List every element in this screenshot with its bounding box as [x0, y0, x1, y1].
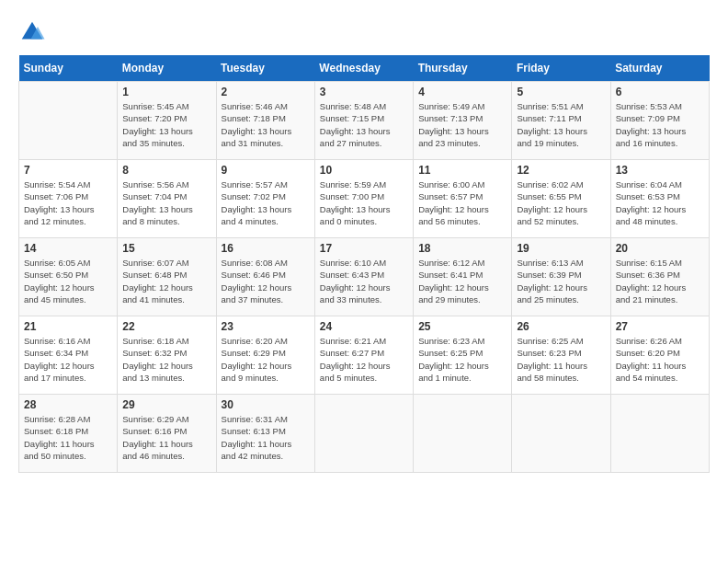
day-info: Sunrise: 6:16 AM Sunset: 6:34 PM Dayligh… [24, 335, 112, 384]
calendar-cell: 25Sunrise: 6:23 AM Sunset: 6:25 PM Dayli… [414, 316, 512, 395]
day-of-week-header: Thursday [414, 55, 512, 82]
calendar-cell: 14Sunrise: 6:05 AM Sunset: 6:50 PM Dayli… [19, 238, 118, 316]
day-info: Sunrise: 6:28 AM Sunset: 6:18 PM Dayligh… [24, 413, 112, 462]
day-number: 20 [616, 242, 704, 255]
day-number: 11 [418, 164, 506, 177]
day-number: 19 [517, 242, 605, 255]
day-info: Sunrise: 6:26 AM Sunset: 6:20 PM Dayligh… [616, 335, 704, 384]
day-number: 24 [320, 320, 408, 333]
day-number: 16 [222, 242, 310, 255]
calendar-cell: 15Sunrise: 6:07 AM Sunset: 6:48 PM Dayli… [118, 238, 216, 316]
day-of-week-header: Sunday [19, 55, 118, 82]
calendar-week-row: 1Sunrise: 5:45 AM Sunset: 7:20 PM Daylig… [19, 82, 710, 160]
day-info: Sunrise: 5:45 AM Sunset: 7:20 PM Dayligh… [122, 100, 210, 149]
day-of-week-header: Wednesday [314, 55, 413, 82]
calendar-cell [610, 395, 709, 473]
calendar-cell: 18Sunrise: 6:12 AM Sunset: 6:41 PM Dayli… [414, 238, 512, 316]
day-number: 7 [24, 164, 112, 177]
calendar-cell: 22Sunrise: 6:18 AM Sunset: 6:32 PM Dayli… [118, 316, 216, 395]
day-number: 9 [222, 164, 310, 177]
day-number: 12 [517, 164, 605, 177]
day-number: 8 [122, 164, 210, 177]
day-number: 29 [122, 398, 210, 411]
day-number: 23 [222, 320, 310, 333]
day-number: 14 [24, 242, 112, 255]
day-number: 4 [418, 86, 506, 98]
calendar-cell: 8Sunrise: 5:56 AM Sunset: 7:04 PM Daylig… [118, 160, 216, 238]
calendar-table: SundayMondayTuesdayWednesdayThursdayFrid… [18, 55, 710, 473]
day-info: Sunrise: 6:25 AM Sunset: 6:23 PM Dayligh… [517, 335, 605, 384]
day-info: Sunrise: 5:48 AM Sunset: 7:15 PM Dayligh… [320, 100, 408, 149]
day-number: 30 [222, 398, 310, 411]
day-number: 13 [616, 164, 704, 177]
day-number: 22 [122, 320, 210, 333]
calendar-cell: 30Sunrise: 6:31 AM Sunset: 6:13 PM Dayli… [216, 395, 314, 473]
calendar-cell: 24Sunrise: 6:21 AM Sunset: 6:27 PM Dayli… [314, 316, 413, 395]
calendar-cell: 23Sunrise: 6:20 AM Sunset: 6:29 PM Dayli… [216, 316, 314, 395]
calendar-cell: 12Sunrise: 6:02 AM Sunset: 6:55 PM Dayli… [512, 160, 610, 238]
calendar-cell: 7Sunrise: 5:54 AM Sunset: 7:06 PM Daylig… [19, 160, 118, 238]
day-number: 28 [24, 398, 112, 411]
calendar-cell: 16Sunrise: 6:08 AM Sunset: 6:46 PM Dayli… [216, 238, 314, 316]
day-info: Sunrise: 6:02 AM Sunset: 6:55 PM Dayligh… [517, 178, 605, 227]
calendar-cell [512, 395, 610, 473]
calendar-week-row: 28Sunrise: 6:28 AM Sunset: 6:18 PM Dayli… [19, 395, 710, 473]
day-number: 2 [222, 86, 310, 98]
calendar-cell [414, 395, 512, 473]
calendar-week-row: 7Sunrise: 5:54 AM Sunset: 7:06 PM Daylig… [19, 160, 710, 238]
calendar-cell: 10Sunrise: 5:59 AM Sunset: 7:00 PM Dayli… [314, 160, 413, 238]
day-info: Sunrise: 6:21 AM Sunset: 6:27 PM Dayligh… [320, 335, 408, 384]
day-number: 21 [24, 320, 112, 333]
logo [18, 18, 50, 46]
calendar-cell: 11Sunrise: 6:00 AM Sunset: 6:57 PM Dayli… [414, 160, 512, 238]
calendar-cell: 27Sunrise: 6:26 AM Sunset: 6:20 PM Dayli… [610, 316, 709, 395]
calendar-cell: 3Sunrise: 5:48 AM Sunset: 7:15 PM Daylig… [314, 82, 413, 160]
day-info: Sunrise: 5:49 AM Sunset: 7:13 PM Dayligh… [418, 100, 506, 149]
day-number: 27 [616, 320, 704, 333]
day-info: Sunrise: 6:29 AM Sunset: 6:16 PM Dayligh… [122, 413, 210, 462]
logo-icon [18, 18, 46, 46]
day-of-week-header: Friday [512, 55, 610, 82]
day-info: Sunrise: 6:10 AM Sunset: 6:43 PM Dayligh… [320, 257, 408, 305]
calendar-cell [314, 395, 413, 473]
day-number: 25 [418, 320, 506, 333]
day-number: 3 [320, 86, 408, 98]
day-number: 17 [320, 242, 408, 255]
day-info: Sunrise: 5:46 AM Sunset: 7:18 PM Dayligh… [222, 100, 310, 149]
day-info: Sunrise: 5:57 AM Sunset: 7:02 PM Dayligh… [222, 178, 310, 227]
calendar-cell: 29Sunrise: 6:29 AM Sunset: 6:16 PM Dayli… [118, 395, 216, 473]
day-info: Sunrise: 5:53 AM Sunset: 7:09 PM Dayligh… [616, 100, 704, 149]
calendar-cell: 4Sunrise: 5:49 AM Sunset: 7:13 PM Daylig… [414, 82, 512, 160]
calendar-week-row: 14Sunrise: 6:05 AM Sunset: 6:50 PM Dayli… [19, 238, 710, 316]
day-info: Sunrise: 6:31 AM Sunset: 6:13 PM Dayligh… [222, 413, 310, 462]
calendar-cell: 1Sunrise: 5:45 AM Sunset: 7:20 PM Daylig… [118, 82, 216, 160]
day-info: Sunrise: 5:59 AM Sunset: 7:00 PM Dayligh… [320, 178, 408, 227]
calendar-cell: 5Sunrise: 5:51 AM Sunset: 7:11 PM Daylig… [512, 82, 610, 160]
calendar-cell: 6Sunrise: 5:53 AM Sunset: 7:09 PM Daylig… [610, 82, 709, 160]
day-info: Sunrise: 6:12 AM Sunset: 6:41 PM Dayligh… [418, 257, 506, 305]
day-info: Sunrise: 6:04 AM Sunset: 6:53 PM Dayligh… [616, 178, 704, 227]
calendar-cell: 26Sunrise: 6:25 AM Sunset: 6:23 PM Dayli… [512, 316, 610, 395]
day-number: 18 [418, 242, 506, 255]
day-info: Sunrise: 5:56 AM Sunset: 7:04 PM Dayligh… [122, 178, 210, 227]
day-info: Sunrise: 5:54 AM Sunset: 7:06 PM Dayligh… [24, 178, 112, 227]
calendar-cell [19, 82, 118, 160]
calendar-cell: 21Sunrise: 6:16 AM Sunset: 6:34 PM Dayli… [19, 316, 118, 395]
day-info: Sunrise: 5:51 AM Sunset: 7:11 PM Dayligh… [517, 100, 605, 149]
day-info: Sunrise: 6:13 AM Sunset: 6:39 PM Dayligh… [517, 257, 605, 305]
day-info: Sunrise: 6:00 AM Sunset: 6:57 PM Dayligh… [418, 178, 506, 227]
day-info: Sunrise: 6:23 AM Sunset: 6:25 PM Dayligh… [418, 335, 506, 384]
calendar-cell: 13Sunrise: 6:04 AM Sunset: 6:53 PM Dayli… [610, 160, 709, 238]
day-info: Sunrise: 6:15 AM Sunset: 6:36 PM Dayligh… [616, 257, 704, 305]
day-number: 6 [616, 86, 704, 98]
day-info: Sunrise: 6:20 AM Sunset: 6:29 PM Dayligh… [222, 335, 310, 384]
day-of-week-header: Monday [118, 55, 216, 82]
calendar-cell: 9Sunrise: 5:57 AM Sunset: 7:02 PM Daylig… [216, 160, 314, 238]
calendar-cell: 19Sunrise: 6:13 AM Sunset: 6:39 PM Dayli… [512, 238, 610, 316]
calendar-cell: 17Sunrise: 6:10 AM Sunset: 6:43 PM Dayli… [314, 238, 413, 316]
page-header [18, 18, 710, 46]
day-of-week-header: Saturday [610, 55, 709, 82]
calendar-week-row: 21Sunrise: 6:16 AM Sunset: 6:34 PM Dayli… [19, 316, 710, 395]
calendar-cell: 20Sunrise: 6:15 AM Sunset: 6:36 PM Dayli… [610, 238, 709, 316]
day-number: 26 [517, 320, 605, 333]
